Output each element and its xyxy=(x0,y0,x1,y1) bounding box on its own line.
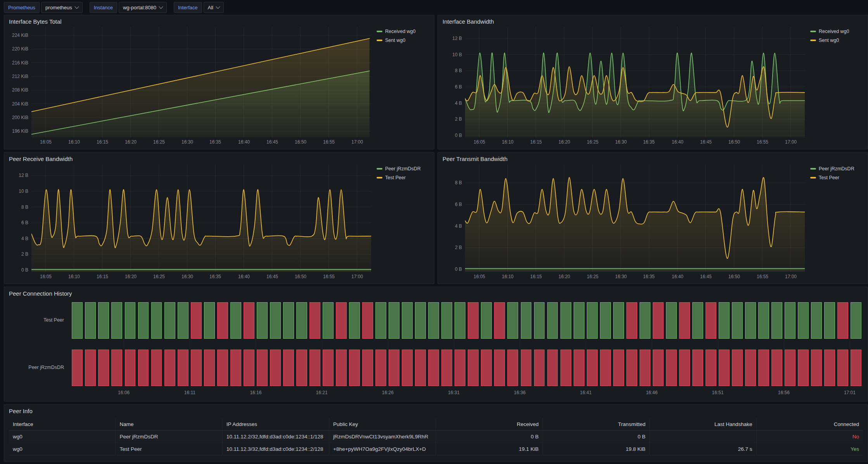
status-bar-disconnected[interactable] xyxy=(455,350,465,386)
status-bar-disconnected[interactable] xyxy=(191,350,202,386)
status-bar-connected[interactable] xyxy=(745,302,756,339)
status-bar-connected[interactable] xyxy=(257,302,268,339)
status-bar-connected[interactable] xyxy=(811,302,822,339)
status-bar-disconnected[interactable] xyxy=(798,350,809,386)
status-bar-disconnected[interactable] xyxy=(811,350,822,386)
status-bar-connected[interactable] xyxy=(560,302,571,339)
status-bar-disconnected[interactable] xyxy=(785,350,795,386)
status-bar-disconnected[interactable] xyxy=(402,350,413,386)
status-bar-disconnected[interactable] xyxy=(837,350,848,386)
status-bar-disconnected[interactable] xyxy=(626,350,637,386)
status-bar-connected[interactable] xyxy=(455,302,465,339)
status-bar-disconnected[interactable] xyxy=(204,350,215,386)
status-bar-disconnected[interactable] xyxy=(732,350,743,386)
status-bar-disconnected[interactable] xyxy=(336,302,347,339)
status-bar-disconnected[interactable] xyxy=(666,350,677,386)
variable-value-instance-dropdown[interactable]: wg-portal:8080 xyxy=(119,2,167,13)
status-bar-connected[interactable] xyxy=(296,302,307,339)
status-bar-connected[interactable] xyxy=(164,302,175,339)
status-bar-connected[interactable] xyxy=(771,302,782,339)
status-bar-connected[interactable] xyxy=(600,302,611,339)
status-bar-disconnected[interactable] xyxy=(244,302,254,339)
status-bar-disconnected[interactable] xyxy=(600,350,611,386)
status-bar-disconnected[interactable] xyxy=(837,302,848,339)
status-bar-connected[interactable] xyxy=(349,302,360,339)
status-bar-disconnected[interactable] xyxy=(560,350,571,386)
status-bar-disconnected[interactable] xyxy=(257,350,268,386)
status-bar-disconnected[interactable] xyxy=(178,350,188,386)
status-bar-connected[interactable] xyxy=(375,302,386,339)
status-bar-connected[interactable] xyxy=(72,302,83,339)
status-bar-connected[interactable] xyxy=(692,302,703,339)
status-bar-disconnected[interactable] xyxy=(626,302,637,339)
status-bar-connected[interactable] xyxy=(613,302,624,339)
legend-item-test-peer[interactable]: Test Peer xyxy=(377,175,429,180)
legend-item-received-wg0[interactable]: Received wg0 xyxy=(810,29,863,34)
status-bar-disconnected[interactable] xyxy=(679,302,690,339)
table-header-received[interactable]: Received xyxy=(436,418,543,431)
status-bar-connected[interactable] xyxy=(758,302,769,339)
chart-plot-area[interactable] xyxy=(465,27,805,137)
status-bar-disconnected[interactable] xyxy=(534,350,545,386)
status-bar-disconnected[interactable] xyxy=(653,350,664,386)
status-bar-connected[interactable] xyxy=(824,302,835,339)
table-header-handshake[interactable]: Last Handshake xyxy=(650,418,756,431)
status-bar-disconnected[interactable] xyxy=(349,350,360,386)
status-bar-connected[interactable] xyxy=(85,302,96,339)
status-bar-connected[interactable] xyxy=(389,302,399,339)
legend-item-peer-jrzmdsdr[interactable]: Peer jRzmDsDR xyxy=(377,166,429,171)
table-header-interface[interactable]: Interface xyxy=(9,418,116,431)
status-bar-disconnected[interactable] xyxy=(362,350,373,386)
legend-item-received-wg0[interactable]: Received wg0 xyxy=(377,29,429,34)
legend-item-sent-wg0[interactable]: Sent wg0 xyxy=(810,38,863,43)
status-bar-disconnected[interactable] xyxy=(310,302,320,339)
status-bar-connected[interactable] xyxy=(481,302,492,339)
status-bar-connected[interactable] xyxy=(666,302,677,339)
chart-plot-area[interactable] xyxy=(31,27,371,137)
status-bar-disconnected[interactable] xyxy=(310,350,320,386)
variable-value-interface-dropdown[interactable]: All xyxy=(204,2,224,13)
status-bar-connected[interactable] xyxy=(323,302,334,339)
status-bar-disconnected[interactable] xyxy=(494,302,505,339)
status-bar-connected[interactable] xyxy=(798,302,809,339)
table-header-connected[interactable]: Connected xyxy=(756,418,863,431)
status-bar-disconnected[interactable] xyxy=(296,350,307,386)
status-bar-disconnected[interactable] xyxy=(244,350,254,386)
status-bar-disconnected[interactable] xyxy=(217,350,228,386)
status-bar-disconnected[interactable] xyxy=(851,350,861,386)
status-bar-connected[interactable] xyxy=(402,302,413,339)
status-bar-disconnected[interactable] xyxy=(428,350,439,386)
status-bar-disconnected[interactable] xyxy=(705,350,716,386)
status-bar-disconnected[interactable] xyxy=(138,350,149,386)
status-bar-connected[interactable] xyxy=(719,302,730,339)
status-bar-connected[interactable] xyxy=(98,302,109,339)
status-bar-connected[interactable] xyxy=(428,302,439,339)
status-bar-disconnected[interactable] xyxy=(481,350,492,386)
status-bar-connected[interactable] xyxy=(534,302,545,339)
status-bar-connected[interactable] xyxy=(270,302,281,339)
status-bar-disconnected[interactable] xyxy=(613,350,624,386)
status-bar-connected[interactable] xyxy=(111,302,122,339)
status-bar-disconnected[interactable] xyxy=(72,350,83,386)
status-bar-disconnected[interactable] xyxy=(283,350,294,386)
legend-item-sent-wg0[interactable]: Sent wg0 xyxy=(377,38,429,43)
status-bar-disconnected[interactable] xyxy=(640,350,650,386)
status-bar-connected[interactable] xyxy=(547,302,558,339)
status-bar-disconnected[interactable] xyxy=(719,350,730,386)
table-header-ip[interactable]: IP Addresses xyxy=(222,418,329,431)
table-header-transmitted[interactable]: Transmitted xyxy=(543,418,649,431)
status-bar-disconnected[interactable] xyxy=(705,302,716,339)
status-bar-disconnected[interactable] xyxy=(111,350,122,386)
status-bar-connected[interactable] xyxy=(283,302,294,339)
status-bar-disconnected[interactable] xyxy=(824,350,835,386)
status-bar-disconnected[interactable] xyxy=(191,302,202,339)
status-bar-disconnected[interactable] xyxy=(362,302,373,339)
status-bar-disconnected[interactable] xyxy=(653,302,664,339)
status-bar-connected[interactable] xyxy=(574,302,584,339)
status-bar-disconnected[interactable] xyxy=(692,350,703,386)
chart-plot-area[interactable] xyxy=(31,164,371,272)
status-bar-disconnected[interactable] xyxy=(230,350,241,386)
status-bar-connected[interactable] xyxy=(441,302,452,339)
status-bar-disconnected[interactable] xyxy=(468,350,479,386)
status-bar-disconnected[interactable] xyxy=(771,350,782,386)
